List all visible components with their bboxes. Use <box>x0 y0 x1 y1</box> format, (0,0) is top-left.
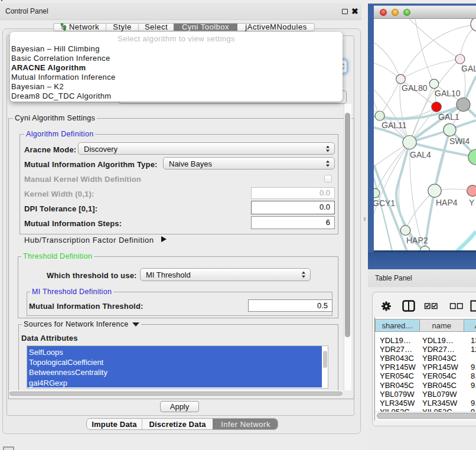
svg-text:GAL10: GAL10 <box>435 89 461 98</box>
svg-text:HAP2: HAP2 <box>406 236 428 245</box>
svg-text:HAP4: HAP4 <box>436 198 458 207</box>
svg-text:GCY1: GCY1 <box>374 198 395 208</box>
svg-text:GAL80: GAL80 <box>402 83 428 93</box>
svg-text:Y: Y <box>469 198 475 207</box>
svg-text:GAL1: GAL1 <box>438 112 459 122</box>
svg-text:SWI4: SWI4 <box>449 136 470 146</box>
svg-text:GAL4: GAL4 <box>410 150 431 159</box>
svg-text:GAL7: GAL7 <box>461 64 476 73</box>
svg-text:GAL11: GAL11 <box>382 120 407 130</box>
